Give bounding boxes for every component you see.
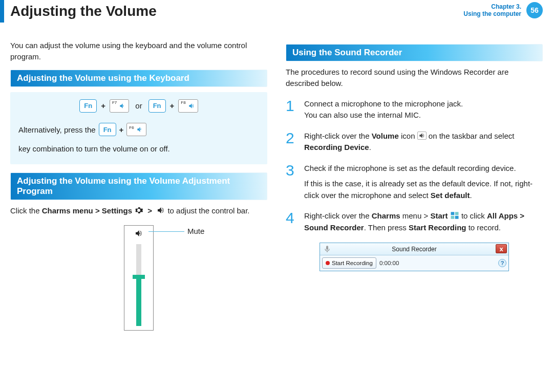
intro-text: You can adjust the volume using the keyb… [10,40,267,62]
help-button[interactable]: ? [498,259,506,267]
s4-end: to record. [466,223,501,232]
svg-rect-0 [451,212,454,215]
chapter-line-2: Using the computer [463,10,521,17]
section-program: Adjusting the Volume using the Volume Ad… [10,172,267,200]
left-column: You can adjust the volume using the keyb… [10,37,267,331]
svg-rect-3 [455,216,458,219]
volume-knob [133,275,145,279]
volume-track [136,244,141,326]
plus-icon-2: + [170,101,175,110]
s4-sr: Start Recording [409,223,466,232]
s2-pre: Right-click over the [304,132,372,140]
fn-key-3: Fn [99,123,116,136]
record-dot-icon [326,261,330,265]
step3-line1: Check if the microphone is set as the de… [304,163,543,175]
step-number: 4 [286,210,298,233]
callout-line [148,231,184,232]
step-2: 2 Right-click over the Volume icon on th… [286,130,543,154]
step1-line2: You can also use the internal MIC. [304,110,543,121]
volume-up-icon [187,102,196,110]
header-chapter: Chapter 3. Using the computer 56 [463,2,543,18]
s3b-bold: Set default [431,191,470,200]
svg-rect-1 [455,212,458,215]
step-number: 1 [286,98,298,121]
windows-icon [450,211,459,220]
mute-icon [136,126,144,133]
volume-slider-figure: Mute [10,225,267,331]
mute-label: Mute [187,227,204,235]
alt-post: key combination to turn the volume on or… [18,141,170,157]
step1-line1: Connect a microphone to the microphone j… [304,98,543,110]
s4-start: Start [430,211,448,220]
s2-post: on the taskbar and select [427,132,515,140]
f8-key-label: F8 [181,100,185,105]
step2-text: Right-click over the Volume icon on the … [304,130,543,154]
alt-pre: Alternatively, press the [18,122,96,138]
s4-mid2: to click [461,211,487,220]
start-recording-label: Start Recording [332,260,373,266]
speaker-icon [133,229,144,238]
or-text: or [135,101,142,110]
step-4: 4 Right-click over the Charms menu > Sta… [286,210,543,233]
step4-text: Right-click over the Charms menu > Start… [304,210,543,233]
recording-time: 0:00:00 [379,260,399,266]
sound-recorder-titlebar: Sound Recorder x [320,243,508,255]
keyboard-info-box: Fn + F7 or Fn + F8 Alternatively, press … [10,92,267,164]
s2-mid: icon [399,132,417,140]
close-button[interactable]: x [496,244,507,253]
s2-end: . [369,143,371,151]
plus-icon: + [101,101,105,110]
f6-key-label: F6 [129,124,134,133]
click-charms-text: Click the Charms menu > Settings > to ad… [10,205,267,216]
step-3: 3 Check if the microphone is set as the … [286,163,543,202]
s2-vol: Volume [372,132,399,140]
fn-key-2: Fn [148,99,166,113]
chapter-line-1: Chapter 3. [463,3,521,10]
f8-key: F8 [178,99,198,113]
s4-mid3: . Then press [364,223,409,232]
svg-rect-2 [451,216,454,219]
plus-icon-3: + [119,122,124,138]
microphone-icon [323,245,331,253]
s4-pre: Right-click over the [304,211,372,220]
s2-rec: Recording Device [304,143,369,151]
sound-recorder-window: Sound Recorder x Start Recording 0:00:00… [320,243,509,271]
right-column: Using the Sound Recorder The procedures … [286,37,543,331]
s3b-pre: If this is the case, it is already set a… [304,179,533,200]
gear-icon [134,206,143,215]
f7-key-label: F7 [112,100,117,105]
f6-key: F6 [126,123,146,136]
click-pre: Click the [10,206,42,215]
steps-list: 1 Connect a microphone to the microphone… [286,98,543,234]
page-title: Adjusting the Volume [10,3,157,19]
volume-mute-area [124,229,153,240]
page-header: Adjusting the Volume Chapter 3. Using th… [0,0,553,23]
key-combo-row: Fn + F7 or Fn + F8 [18,99,259,113]
click-post: to adjust the control bar. [167,206,249,215]
step3-line2: If this is the case, it is already set a… [304,178,543,201]
fn-key: Fn [79,99,97,113]
volume-down-icon [118,102,126,110]
step-1: 1 Connect a microphone to the microphone… [286,98,543,121]
s3b-end: . [470,191,472,200]
sound-recorder-body: Start Recording 0:00:00 ? [320,255,508,271]
volume-icon [156,206,165,215]
f7-key: F7 [110,99,129,113]
recorder-intro: The procedures to record sound using the… [286,67,543,89]
volume-fill [136,277,141,326]
start-recording-button[interactable]: Start Recording [322,257,376,269]
step-number: 3 [286,163,298,202]
page-number-badge: 56 [526,2,543,18]
gt-icon: > [147,206,152,215]
step-number: 2 [286,130,298,154]
alt-combo-row: Alternatively, press the Fn + F6 key com… [18,122,259,157]
sound-recorder-title: Sound Recorder [392,246,436,253]
volume-panel [124,225,154,331]
s4-mid1: menu > [400,211,431,220]
section-keyboard: Adjusting the Volume using the Keyboard [10,70,267,87]
sound-recorder-figure: Sound Recorder x Start Recording 0:00:00… [286,243,543,271]
taskbar-volume-icon [417,132,427,140]
section-recorder: Using the Sound Recorder [286,44,543,61]
s4-charms: Charms [372,211,400,220]
charms-path: Charms menu > Settings [42,206,132,215]
